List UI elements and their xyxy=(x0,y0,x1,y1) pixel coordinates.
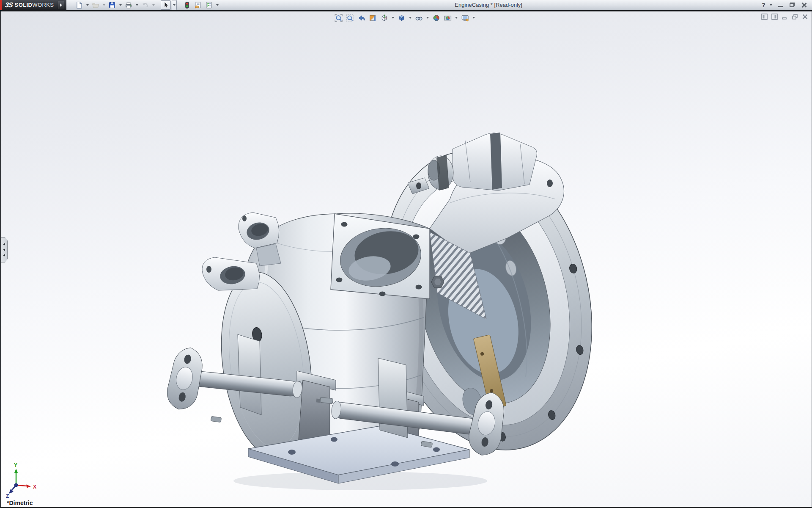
doc-minimize-icon xyxy=(782,14,788,20)
close-document-button[interactable] xyxy=(802,14,808,20)
options-dropdown[interactable] xyxy=(215,0,219,10)
triad-x-label: X xyxy=(33,484,36,490)
options-checklist-icon xyxy=(205,1,213,9)
new-dropdown[interactable] xyxy=(85,0,90,10)
options-button[interactable] xyxy=(204,0,214,10)
file-properties-icon xyxy=(194,1,202,9)
view-settings-icon xyxy=(461,14,469,22)
doc-restore-icon xyxy=(792,14,798,20)
display-style-dropdown[interactable] xyxy=(409,17,412,19)
section-view-button[interactable] xyxy=(368,13,378,22)
document-title: EngineCasing * [Read-only] xyxy=(219,2,757,8)
open-dropdown[interactable] xyxy=(102,0,106,10)
restore-button[interactable] xyxy=(788,2,796,8)
triad-z-label: Z xyxy=(6,493,9,499)
select-cursor-icon xyxy=(162,1,170,9)
edit-appearance-button[interactable] xyxy=(432,13,441,22)
display-style-icon xyxy=(398,14,406,22)
document-window-controls xyxy=(761,14,808,20)
minimize-document-button[interactable] xyxy=(782,14,788,20)
undo-button[interactable] xyxy=(140,0,150,10)
print-button[interactable] xyxy=(123,0,134,10)
open-folder-icon xyxy=(92,1,99,9)
hex-bolt[interactable] xyxy=(431,276,444,288)
help-dropdown-caret[interactable] xyxy=(770,4,772,6)
apply-scene-button[interactable] xyxy=(443,13,453,22)
brand-name-bold: SOLID xyxy=(15,2,33,8)
hide-show-items-dropdown[interactable] xyxy=(426,17,430,19)
new-document-icon xyxy=(75,1,83,9)
zoom-to-area-icon xyxy=(346,14,354,22)
view-orientation-icon xyxy=(380,14,388,22)
triad-y-label: Y xyxy=(14,462,17,468)
restore-document-button[interactable] xyxy=(792,14,798,20)
solidworks-menu-logo[interactable]: 3S SOLID WORKS xyxy=(0,0,66,10)
save-button[interactable] xyxy=(107,0,117,10)
view-settings-dropdown[interactable] xyxy=(472,17,476,19)
rebuild-traffic-light-icon xyxy=(183,1,191,9)
display-style-button[interactable] xyxy=(397,13,406,22)
previous-view-icon xyxy=(357,14,365,22)
expand-left-arrow-icon xyxy=(3,243,5,246)
select-dropdown[interactable] xyxy=(172,0,177,10)
zoom-to-area-button[interactable] xyxy=(346,13,355,22)
view-orientation-label: *Dimetric xyxy=(7,500,33,506)
graphics-viewport[interactable]: Y X Z xyxy=(0,11,812,508)
new-document-button[interactable] xyxy=(74,0,84,10)
heads-up-toolbar xyxy=(334,13,476,22)
minimize-button[interactable] xyxy=(776,2,784,8)
doc-close-icon xyxy=(802,14,808,20)
rebuild-button[interactable] xyxy=(182,0,192,10)
view-settings-button[interactable] xyxy=(461,13,470,22)
help-button[interactable]: ? xyxy=(762,2,765,8)
feature-pane-left-button[interactable] xyxy=(761,14,768,20)
cylinder-flange[interactable] xyxy=(331,214,430,299)
hide-show-items-button[interactable] xyxy=(414,13,424,22)
apply-scene-icon xyxy=(444,14,452,22)
top-bracket[interactable] xyxy=(408,133,537,194)
previous-view-button[interactable] xyxy=(357,13,366,22)
open-document-button[interactable] xyxy=(91,0,101,10)
appearance-sphere-icon xyxy=(432,14,440,22)
undo-dropdown[interactable] xyxy=(151,0,156,10)
save-dropdown[interactable] xyxy=(118,0,123,10)
reference-triad: Y X Z xyxy=(6,462,36,499)
brand-red-strip xyxy=(0,0,2,10)
close-button[interactable] xyxy=(800,2,808,8)
titlebar: 3S SOLID WORKS xyxy=(0,0,812,10)
eyeglasses-icon xyxy=(415,14,423,22)
view-orientation-button[interactable] xyxy=(380,13,389,22)
window-controls: ? xyxy=(762,2,812,8)
file-properties-button[interactable] xyxy=(193,0,203,10)
select-tool-button[interactable] xyxy=(161,0,171,10)
feature-manager-collapsed-tab[interactable] xyxy=(1,237,8,262)
pane-right-icon xyxy=(771,14,778,20)
save-floppy-icon xyxy=(108,1,116,9)
brand-name-light: WORKS xyxy=(32,2,54,8)
print-icon xyxy=(125,1,132,9)
expand-left-arrow-icon xyxy=(3,254,5,257)
expand-arrow-icon xyxy=(60,3,62,7)
solidworks-window: 3S SOLID WORKS xyxy=(0,0,812,508)
print-dropdown[interactable] xyxy=(134,0,139,10)
undo-icon xyxy=(141,1,149,9)
expand-left-arrow-icon xyxy=(3,248,5,251)
feature-pane-right-button[interactable] xyxy=(771,14,778,20)
section-view-icon xyxy=(369,14,377,22)
brand-3s-icon: 3S xyxy=(5,1,13,9)
pane-left-icon xyxy=(761,14,768,20)
main-toolbar xyxy=(74,0,219,10)
view-orientation-dropdown[interactable] xyxy=(391,17,395,19)
apply-scene-dropdown[interactable] xyxy=(455,17,458,19)
menu-expand-button[interactable] xyxy=(58,1,64,9)
engine-casing-model[interactable]: Y X Z xyxy=(1,11,812,508)
zoom-to-fit-button[interactable] xyxy=(334,13,343,22)
zoom-to-fit-icon xyxy=(335,14,343,22)
